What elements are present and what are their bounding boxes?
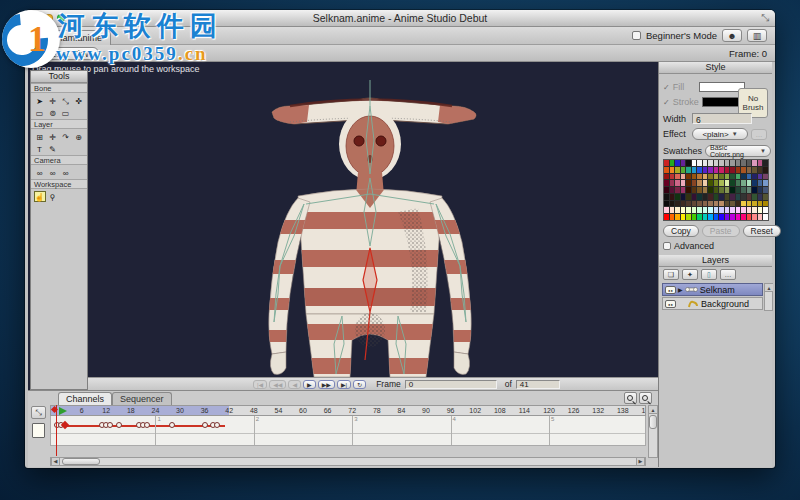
color-swatch[interactable]	[692, 201, 697, 207]
color-swatch[interactable]	[686, 207, 691, 213]
color-swatch[interactable]	[714, 201, 719, 207]
color-swatch[interactable]	[697, 167, 702, 173]
color-swatch[interactable]	[725, 194, 730, 200]
color-swatch[interactable]	[763, 214, 768, 220]
color-swatch[interactable]	[730, 160, 735, 166]
keyframe-dot[interactable]	[116, 422, 122, 428]
color-swatch[interactable]	[708, 187, 713, 193]
manipulate-bones-tool[interactable]: ✜	[73, 95, 85, 106]
color-swatch[interactable]	[670, 187, 675, 193]
tab-sequencer[interactable]: Sequencer	[112, 392, 172, 405]
color-swatch[interactable]	[741, 187, 746, 193]
duplicate-layer-button[interactable]: ✦	[682, 269, 698, 280]
bone-strength-tool[interactable]: ⊚	[47, 107, 59, 118]
color-swatch[interactable]	[708, 167, 713, 173]
color-swatch[interactable]	[664, 201, 669, 207]
color-swatch[interactable]	[714, 167, 719, 173]
color-swatch[interactable]	[664, 187, 669, 193]
color-swatch[interactable]	[736, 201, 741, 207]
color-swatch[interactable]	[741, 174, 746, 180]
select-bone-tool[interactable]: ➤	[34, 95, 46, 106]
color-swatch[interactable]	[703, 214, 708, 220]
color-swatch[interactable]	[686, 201, 691, 207]
layer-visibility-icon[interactable]: ●●	[665, 286, 676, 294]
color-swatch[interactable]	[747, 194, 752, 200]
color-swatch[interactable]	[758, 214, 763, 220]
keyframe-dot[interactable]	[214, 422, 220, 428]
color-swatch[interactable]	[681, 180, 686, 186]
color-swatch[interactable]	[758, 160, 763, 166]
color-swatch[interactable]	[703, 180, 708, 186]
color-swatch[interactable]	[714, 174, 719, 180]
rotate-layer-tool[interactable]: ↷	[60, 131, 72, 142]
color-swatch[interactable]	[697, 180, 702, 186]
color-swatch[interactable]	[681, 207, 686, 213]
color-swatch[interactable]	[664, 194, 669, 200]
hscroll-left-arrow[interactable]: ◀	[51, 458, 60, 465]
color-swatch[interactable]	[681, 187, 686, 193]
color-swatch[interactable]	[692, 187, 697, 193]
color-swatch[interactable]	[730, 167, 735, 173]
color-swatch[interactable]	[763, 207, 768, 213]
color-swatch[interactable]	[692, 214, 697, 220]
color-swatch[interactable]	[686, 194, 691, 200]
keyframe-dot[interactable]	[107, 422, 113, 428]
play-back-button[interactable]: ◀	[288, 380, 301, 389]
transform-layer-tool[interactable]: ⊕	[73, 131, 85, 142]
layer-visibility-icon[interactable]: ●●	[665, 300, 676, 308]
color-swatch[interactable]	[741, 214, 746, 220]
selected-keyframe[interactable]	[61, 421, 69, 429]
resize-icon[interactable]: ⤡	[761, 12, 769, 24]
color-swatch[interactable]	[686, 167, 691, 173]
color-swatch[interactable]	[675, 167, 680, 173]
color-swatch[interactable]	[692, 180, 697, 186]
color-swatch[interactable]	[675, 214, 680, 220]
color-swatch[interactable]	[714, 207, 719, 213]
color-swatch[interactable]	[692, 174, 697, 180]
color-swatch[interactable]	[681, 214, 686, 220]
color-swatch[interactable]	[670, 214, 675, 220]
color-swatch[interactable]	[697, 187, 702, 193]
color-swatch[interactable]	[708, 194, 713, 200]
color-swatch[interactable]	[670, 160, 675, 166]
playback-frame-field[interactable]: 0	[405, 380, 497, 389]
color-swatch[interactable]	[763, 201, 768, 207]
layers-scrollbar[interactable]: ▲	[764, 283, 773, 311]
color-swatch[interactable]	[736, 187, 741, 193]
timeline-vscrollbar[interactable]: ▲	[648, 405, 658, 458]
color-swatch[interactable]	[675, 174, 680, 180]
color-swatch[interactable]	[752, 214, 757, 220]
color-swatch[interactable]	[730, 214, 735, 220]
expand-triangle-icon[interactable]: ▶	[678, 286, 683, 293]
tab-channels[interactable]: Channels	[58, 392, 112, 405]
user-mode-button[interactable]: ☻	[722, 29, 742, 42]
color-swatch[interactable]	[752, 187, 757, 193]
workspace-canvas[interactable]: Drag mouse to pan around the workspace	[28, 62, 658, 390]
vscroll-up-arrow[interactable]: ▲	[649, 406, 657, 414]
color-swatch[interactable]	[675, 201, 680, 207]
playhead-line[interactable]	[56, 405, 57, 456]
timeline-ruler[interactable]: 6121824303642485460667278849096102108114…	[50, 405, 646, 416]
color-swatch[interactable]	[752, 180, 757, 186]
color-swatch[interactable]	[741, 167, 746, 173]
copy-button[interactable]: Copy	[663, 225, 699, 237]
timeline-zoom-out-button[interactable]	[639, 392, 652, 404]
color-swatch[interactable]	[741, 160, 746, 166]
translate-layer-tool[interactable]: ✛	[47, 131, 59, 142]
color-swatch[interactable]	[708, 214, 713, 220]
jump-start-button[interactable]: |◀	[253, 380, 267, 389]
color-swatch[interactable]	[747, 201, 752, 207]
color-swatch[interactable]	[719, 180, 724, 186]
color-swatch[interactable]	[763, 187, 768, 193]
color-swatch[interactable]	[752, 207, 757, 213]
insert-text-tool[interactable]: T	[34, 143, 46, 154]
color-swatch[interactable]	[730, 194, 735, 200]
color-swatch[interactable]	[714, 214, 719, 220]
color-swatch[interactable]	[736, 174, 741, 180]
color-swatch[interactable]	[758, 187, 763, 193]
color-swatch[interactable]	[730, 201, 735, 207]
color-swatch[interactable]	[714, 194, 719, 200]
color-swatch[interactable]	[719, 194, 724, 200]
new-layer-button[interactable]: ❏	[663, 269, 679, 280]
color-swatch[interactable]	[697, 194, 702, 200]
